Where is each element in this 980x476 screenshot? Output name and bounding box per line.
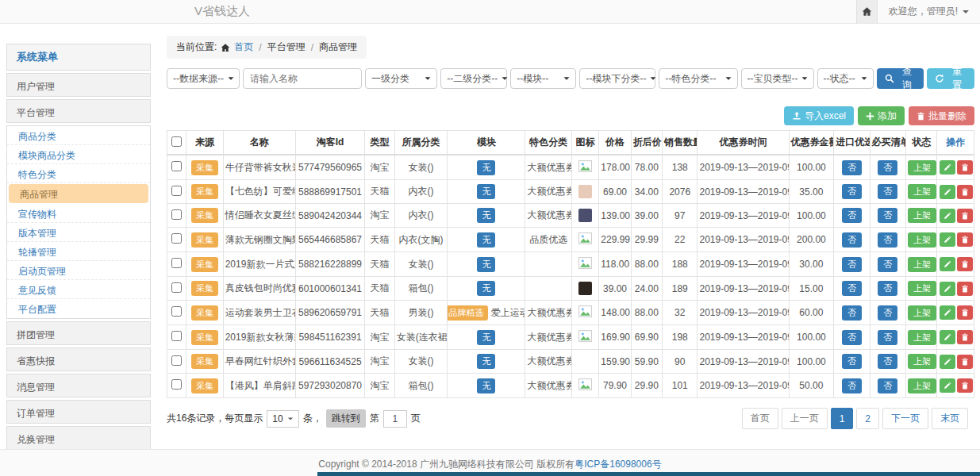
status-toggle[interactable]: 上架 — [908, 184, 936, 199]
sidebar-item-feedback[interactable]: 意见反馈 — [7, 280, 150, 299]
status-toggle[interactable]: 上架 — [908, 378, 936, 393]
must-buy-toggle[interactable]: 否 — [878, 378, 897, 393]
status-toggle[interactable]: 上架 — [908, 232, 936, 248]
module-select[interactable]: --模块-- — [510, 68, 576, 89]
row-checkbox[interactable] — [171, 209, 182, 220]
sidebar-item-group-buy-management[interactable]: 拼团管理 — [6, 321, 151, 345]
status-toggle[interactable]: 上架 — [908, 160, 936, 175]
import-select-toggle[interactable]: 否 — [842, 305, 862, 321]
delete-button[interactable] — [957, 282, 973, 296]
row-checkbox[interactable] — [171, 282, 182, 293]
status-toggle[interactable]: 上架 — [908, 208, 936, 223]
module-subcategory-select[interactable]: --模块下分类-- — [579, 68, 655, 89]
import-select-toggle[interactable]: 否 — [842, 160, 862, 175]
status-select[interactable]: --状态-- — [817, 68, 874, 89]
row-checkbox[interactable] — [171, 233, 182, 244]
import-excel-button[interactable]: 导入excel — [784, 106, 854, 125]
sidebar-item-user-management[interactable]: 用户管理 — [6, 73, 151, 97]
sidebar-item-exchange-management[interactable]: 兑换管理 — [6, 426, 151, 450]
must-buy-toggle[interactable]: 否 — [878, 208, 897, 223]
page-1-button[interactable]: 1 — [831, 408, 854, 429]
delete-button[interactable] — [957, 185, 973, 199]
item-type-select[interactable]: --宝贝类型-- — [741, 68, 814, 89]
icp-link[interactable]: 粤ICP备16098006号 — [575, 459, 661, 470]
delete-button[interactable] — [957, 378, 973, 393]
delete-button[interactable] — [957, 305, 973, 320]
delete-button[interactable] — [957, 232, 973, 247]
search-button[interactable]: 查询 — [877, 68, 924, 89]
row-checkbox[interactable] — [171, 186, 182, 196]
jump-button[interactable]: 跳转到 — [326, 409, 366, 428]
delete-button[interactable] — [957, 355, 973, 369]
row-checkbox[interactable] — [171, 306, 182, 317]
level2-category-select[interactable]: --二级分类-- — [440, 68, 507, 89]
must-buy-toggle[interactable]: 否 — [878, 305, 897, 321]
name-input[interactable] — [243, 68, 362, 89]
must-buy-toggle[interactable]: 否 — [878, 281, 897, 296]
must-buy-toggle[interactable]: 否 — [878, 354, 897, 369]
page-number-input[interactable] — [383, 410, 407, 428]
prev-page-button[interactable]: 上一页 — [782, 408, 828, 429]
sidebar-item-version-management[interactable]: 版本管理 — [7, 223, 150, 242]
user-menu[interactable]: 欢迎您，管理员! — [878, 5, 980, 18]
first-page-button[interactable]: 首页 — [742, 408, 778, 429]
sidebar-item-platform-management[interactable]: 平台管理 — [6, 99, 151, 123]
must-buy-toggle[interactable]: 否 — [878, 257, 897, 272]
row-checkbox[interactable] — [171, 161, 182, 171]
home-button[interactable] — [856, 0, 878, 23]
edit-button[interactable] — [940, 232, 955, 247]
sidebar-item-feature-category[interactable]: 特色分类 — [7, 164, 150, 183]
import-select-toggle[interactable]: 否 — [842, 257, 862, 272]
sidebar-item-savings-news[interactable]: 省惠快报 — [6, 347, 151, 371]
row-checkbox[interactable] — [171, 379, 182, 390]
must-buy-toggle[interactable]: 否 — [878, 232, 897, 248]
select-all-checkbox[interactable] — [171, 136, 182, 147]
edit-button[interactable] — [940, 209, 955, 223]
sidebar-item-promo-materials[interactable]: 宣传物料 — [7, 204, 150, 223]
per-page-select[interactable]: 10 — [267, 410, 298, 428]
add-button[interactable]: 添加 — [858, 106, 905, 125]
must-buy-toggle[interactable]: 否 — [878, 330, 897, 345]
page-2-button[interactable]: 2 — [856, 408, 879, 429]
import-select-toggle[interactable]: 否 — [842, 208, 862, 223]
import-select-toggle[interactable]: 否 — [842, 184, 862, 199]
sidebar-item-splash-page-management[interactable]: 启动页管理 — [7, 261, 150, 280]
edit-button[interactable] — [940, 305, 955, 320]
import-select-toggle[interactable]: 否 — [842, 378, 862, 393]
edit-button[interactable] — [940, 257, 955, 271]
breadcrumb-home-link[interactable]: 首页 — [234, 40, 253, 54]
edit-button[interactable] — [940, 282, 955, 296]
delete-button[interactable] — [957, 257, 973, 271]
row-checkbox[interactable] — [171, 258, 182, 268]
must-buy-toggle[interactable]: 否 — [878, 184, 897, 199]
next-page-button[interactable]: 下一页 — [882, 408, 928, 429]
level1-category-select[interactable]: 一级分类 — [365, 68, 437, 89]
import-select-toggle[interactable]: 否 — [842, 232, 862, 248]
status-toggle[interactable]: 上架 — [908, 281, 936, 296]
reset-button[interactable]: 重置 — [927, 68, 974, 89]
sidebar-item-order-management[interactable]: 订单管理 — [6, 400, 151, 424]
last-page-button[interactable]: 末页 — [932, 408, 968, 429]
import-select-toggle[interactable]: 否 — [842, 330, 862, 345]
delete-button[interactable] — [957, 160, 973, 175]
sidebar-item-product-management[interactable]: 商品管理 — [9, 184, 148, 203]
edit-button[interactable] — [940, 330, 955, 344]
delete-button[interactable] — [957, 209, 973, 223]
import-select-toggle[interactable]: 否 — [842, 354, 862, 369]
must-buy-toggle[interactable]: 否 — [878, 160, 897, 175]
sidebar-item-module-product-category[interactable]: 模块商品分类 — [7, 145, 150, 164]
sidebar-item-platform-config[interactable]: 平台配置 — [7, 299, 150, 318]
feature-category-select[interactable]: --特色分类-- — [659, 68, 737, 89]
sidebar-item-message-management[interactable]: 消息管理 — [6, 374, 151, 397]
status-toggle[interactable]: 上架 — [908, 257, 936, 272]
import-select-toggle[interactable]: 否 — [842, 281, 862, 296]
edit-button[interactable] — [940, 378, 955, 393]
status-toggle[interactable]: 上架 — [908, 354, 936, 369]
edit-button[interactable] — [940, 355, 955, 369]
data-source-select[interactable]: --数据来源-- — [167, 68, 240, 89]
row-checkbox[interactable] — [171, 355, 182, 366]
edit-button[interactable] — [940, 185, 955, 199]
edit-button[interactable] — [940, 160, 955, 175]
batch-delete-button[interactable]: 批量删除 — [909, 106, 974, 125]
row-checkbox[interactable] — [171, 331, 182, 341]
